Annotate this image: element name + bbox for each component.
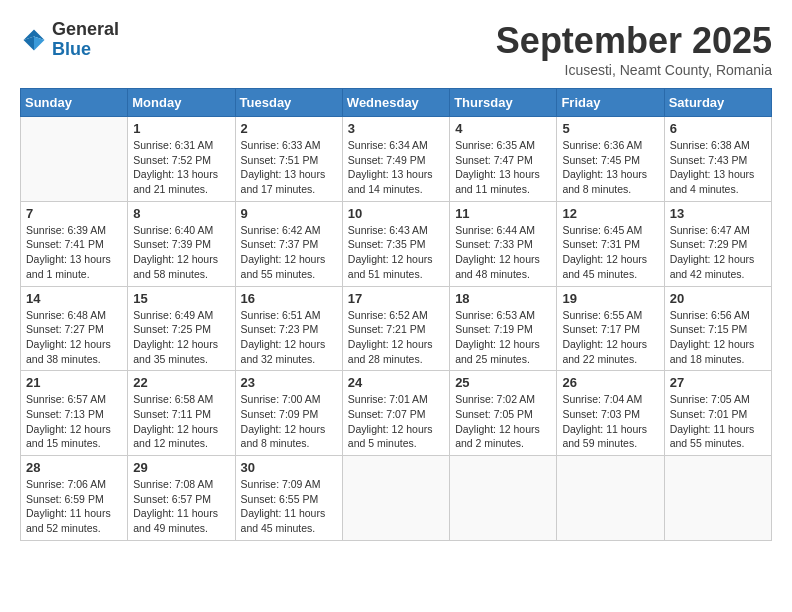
calendar-week-row: 14Sunrise: 6:48 AM Sunset: 7:27 PM Dayli… [21,286,772,371]
calendar-cell: 15Sunrise: 6:49 AM Sunset: 7:25 PM Dayli… [128,286,235,371]
weekday-header-saturday: Saturday [664,89,771,117]
day-number: 8 [133,206,229,221]
weekday-header-row: SundayMondayTuesdayWednesdayThursdayFrid… [21,89,772,117]
logo-icon [20,26,48,54]
cell-info: Sunrise: 7:06 AM Sunset: 6:59 PM Dayligh… [26,477,122,536]
calendar-cell: 6Sunrise: 6:38 AM Sunset: 7:43 PM Daylig… [664,117,771,202]
day-number: 1 [133,121,229,136]
day-number: 6 [670,121,766,136]
day-number: 19 [562,291,658,306]
calendar-cell: 18Sunrise: 6:53 AM Sunset: 7:19 PM Dayli… [450,286,557,371]
day-number: 23 [241,375,337,390]
weekday-header-thursday: Thursday [450,89,557,117]
calendar-cell: 29Sunrise: 7:08 AM Sunset: 6:57 PM Dayli… [128,456,235,541]
cell-info: Sunrise: 6:48 AM Sunset: 7:27 PM Dayligh… [26,308,122,367]
weekday-header-monday: Monday [128,89,235,117]
day-number: 13 [670,206,766,221]
calendar-cell: 28Sunrise: 7:06 AM Sunset: 6:59 PM Dayli… [21,456,128,541]
cell-info: Sunrise: 6:53 AM Sunset: 7:19 PM Dayligh… [455,308,551,367]
cell-info: Sunrise: 6:45 AM Sunset: 7:31 PM Dayligh… [562,223,658,282]
cell-info: Sunrise: 6:49 AM Sunset: 7:25 PM Dayligh… [133,308,229,367]
location: Icusesti, Neamt County, Romania [496,62,772,78]
month-title: September 2025 [496,20,772,62]
calendar-week-row: 21Sunrise: 6:57 AM Sunset: 7:13 PM Dayli… [21,371,772,456]
calendar-cell: 19Sunrise: 6:55 AM Sunset: 7:17 PM Dayli… [557,286,664,371]
logo-general: General [52,20,119,40]
day-number: 17 [348,291,444,306]
weekday-header-wednesday: Wednesday [342,89,449,117]
calendar-week-row: 7Sunrise: 6:39 AM Sunset: 7:41 PM Daylig… [21,201,772,286]
day-number: 25 [455,375,551,390]
cell-info: Sunrise: 6:43 AM Sunset: 7:35 PM Dayligh… [348,223,444,282]
day-number: 20 [670,291,766,306]
calendar-cell: 14Sunrise: 6:48 AM Sunset: 7:27 PM Dayli… [21,286,128,371]
calendar-cell [342,456,449,541]
cell-info: Sunrise: 7:04 AM Sunset: 7:03 PM Dayligh… [562,392,658,451]
calendar-cell: 24Sunrise: 7:01 AM Sunset: 7:07 PM Dayli… [342,371,449,456]
cell-info: Sunrise: 6:40 AM Sunset: 7:39 PM Dayligh… [133,223,229,282]
calendar-cell: 30Sunrise: 7:09 AM Sunset: 6:55 PM Dayli… [235,456,342,541]
day-number: 10 [348,206,444,221]
weekday-header-tuesday: Tuesday [235,89,342,117]
cell-info: Sunrise: 6:36 AM Sunset: 7:45 PM Dayligh… [562,138,658,197]
day-number: 4 [455,121,551,136]
calendar-cell: 11Sunrise: 6:44 AM Sunset: 7:33 PM Dayli… [450,201,557,286]
day-number: 5 [562,121,658,136]
calendar-table: SundayMondayTuesdayWednesdayThursdayFrid… [20,88,772,541]
day-number: 12 [562,206,658,221]
day-number: 2 [241,121,337,136]
calendar-cell: 9Sunrise: 6:42 AM Sunset: 7:37 PM Daylig… [235,201,342,286]
day-number: 11 [455,206,551,221]
calendar-cell: 25Sunrise: 7:02 AM Sunset: 7:05 PM Dayli… [450,371,557,456]
weekday-header-friday: Friday [557,89,664,117]
cell-info: Sunrise: 6:42 AM Sunset: 7:37 PM Dayligh… [241,223,337,282]
cell-info: Sunrise: 6:47 AM Sunset: 7:29 PM Dayligh… [670,223,766,282]
cell-info: Sunrise: 6:58 AM Sunset: 7:11 PM Dayligh… [133,392,229,451]
calendar-cell [664,456,771,541]
calendar-week-row: 28Sunrise: 7:06 AM Sunset: 6:59 PM Dayli… [21,456,772,541]
calendar-cell: 8Sunrise: 6:40 AM Sunset: 7:39 PM Daylig… [128,201,235,286]
calendar-cell [450,456,557,541]
day-number: 9 [241,206,337,221]
logo-blue: Blue [52,40,119,60]
day-number: 21 [26,375,122,390]
cell-info: Sunrise: 6:55 AM Sunset: 7:17 PM Dayligh… [562,308,658,367]
cell-info: Sunrise: 7:02 AM Sunset: 7:05 PM Dayligh… [455,392,551,451]
cell-info: Sunrise: 6:34 AM Sunset: 7:49 PM Dayligh… [348,138,444,197]
day-number: 26 [562,375,658,390]
logo-text: General Blue [52,20,119,60]
cell-info: Sunrise: 7:09 AM Sunset: 6:55 PM Dayligh… [241,477,337,536]
page-header: General Blue September 2025 Icusesti, Ne… [20,20,772,78]
day-number: 29 [133,460,229,475]
day-number: 24 [348,375,444,390]
calendar-cell: 21Sunrise: 6:57 AM Sunset: 7:13 PM Dayli… [21,371,128,456]
day-number: 7 [26,206,122,221]
calendar-cell [557,456,664,541]
calendar-cell: 1Sunrise: 6:31 AM Sunset: 7:52 PM Daylig… [128,117,235,202]
cell-info: Sunrise: 6:38 AM Sunset: 7:43 PM Dayligh… [670,138,766,197]
day-number: 28 [26,460,122,475]
day-number: 16 [241,291,337,306]
calendar-cell: 23Sunrise: 7:00 AM Sunset: 7:09 PM Dayli… [235,371,342,456]
day-number: 3 [348,121,444,136]
cell-info: Sunrise: 6:44 AM Sunset: 7:33 PM Dayligh… [455,223,551,282]
cell-info: Sunrise: 6:33 AM Sunset: 7:51 PM Dayligh… [241,138,337,197]
calendar-cell: 12Sunrise: 6:45 AM Sunset: 7:31 PM Dayli… [557,201,664,286]
cell-info: Sunrise: 6:51 AM Sunset: 7:23 PM Dayligh… [241,308,337,367]
calendar-cell: 5Sunrise: 6:36 AM Sunset: 7:45 PM Daylig… [557,117,664,202]
cell-info: Sunrise: 7:00 AM Sunset: 7:09 PM Dayligh… [241,392,337,451]
calendar-cell: 7Sunrise: 6:39 AM Sunset: 7:41 PM Daylig… [21,201,128,286]
cell-info: Sunrise: 6:56 AM Sunset: 7:15 PM Dayligh… [670,308,766,367]
day-number: 30 [241,460,337,475]
day-number: 14 [26,291,122,306]
day-number: 22 [133,375,229,390]
cell-info: Sunrise: 6:52 AM Sunset: 7:21 PM Dayligh… [348,308,444,367]
day-number: 18 [455,291,551,306]
calendar-cell: 27Sunrise: 7:05 AM Sunset: 7:01 PM Dayli… [664,371,771,456]
calendar-cell: 4Sunrise: 6:35 AM Sunset: 7:47 PM Daylig… [450,117,557,202]
day-number: 27 [670,375,766,390]
calendar-cell: 10Sunrise: 6:43 AM Sunset: 7:35 PM Dayli… [342,201,449,286]
calendar-cell: 13Sunrise: 6:47 AM Sunset: 7:29 PM Dayli… [664,201,771,286]
title-block: September 2025 Icusesti, Neamt County, R… [496,20,772,78]
calendar-week-row: 1Sunrise: 6:31 AM Sunset: 7:52 PM Daylig… [21,117,772,202]
